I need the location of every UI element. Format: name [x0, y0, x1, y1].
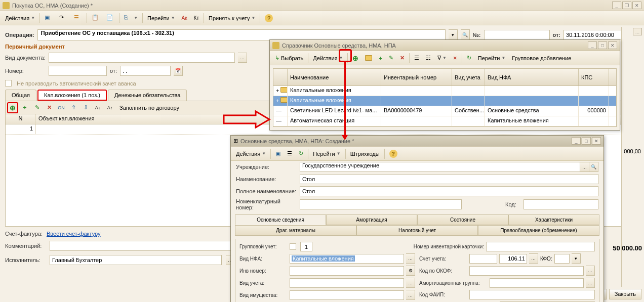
nomen-field[interactable] — [300, 199, 462, 209]
operation-field[interactable]: Приобретение ОС у поставщика (106.x1 - 3… — [37, 29, 446, 40]
cr-close-icon[interactable]: ✕ — [592, 137, 601, 145]
toolbar-icon-ak[interactable]: Aк — [179, 13, 190, 24]
restore-icon[interactable]: ❐ — [622, 2, 631, 9]
ref-col-kps[interactable]: КПС — [579, 69, 609, 85]
cr-barcodes-button[interactable]: Штрихкоды — [347, 148, 383, 159]
tab-rights[interactable]: Правообладание (обременение) — [478, 225, 599, 236]
cr-max-icon[interactable]: □ — [582, 137, 591, 145]
tab-state[interactable]: Состояние — [417, 214, 508, 225]
group-val[interactable]: 1 — [300, 242, 312, 251]
ref-addfolder-button[interactable] — [362, 53, 375, 64]
close-button[interactable]: Закрыть — [609, 289, 641, 299]
code-field[interactable] — [524, 199, 598, 209]
amort-pick-icon[interactable]: … — [586, 278, 595, 288]
nfa-pick-icon[interactable]: … — [406, 253, 415, 264]
ref-col-inv[interactable]: Инвентарный номер — [381, 69, 452, 85]
cr-goto-menu[interactable]: Перейти▼ — [310, 148, 344, 159]
add-row-button[interactable]: ⊕ — [7, 102, 18, 113]
toolbar-icon-6[interactable]: ⎘▼ — [121, 13, 141, 24]
tab-drag[interactable]: Драг. материалы — [235, 225, 356, 236]
toolbar-icon-4[interactable]: 📋 — [89, 13, 103, 24]
cr-min-icon[interactable]: _ — [572, 137, 581, 145]
group-acc-checkbox[interactable] — [290, 243, 296, 250]
edit-row-button[interactable]: ✎ — [31, 102, 43, 113]
ref-max-icon[interactable]: □ — [598, 41, 607, 49]
ref-row[interactable]: — Автоматическая станция Капитальные вло… — [273, 116, 616, 126]
tab-money[interactable]: Денежные обязательства — [108, 90, 187, 101]
sort-desc-button[interactable]: A↑ — [104, 102, 115, 113]
tab-amort[interactable]: Амортизация — [326, 214, 417, 225]
accept-button[interactable]: Принять к учету▼ — [206, 13, 258, 24]
doc-number-field[interactable] — [49, 66, 107, 76]
copy-row-button[interactable]: + — [19, 102, 30, 113]
delete-row-button[interactable]: ✕ — [44, 102, 55, 113]
acc-kps-field[interactable] — [469, 254, 497, 264]
toolbar-icon-kt[interactable]: Кт — [191, 13, 202, 24]
toolbar-icon-5[interactable]: 📄 — [103, 13, 117, 24]
toolbar-icon-1[interactable]: ▣ — [42, 13, 56, 24]
minimize-icon[interactable]: _ — [612, 2, 621, 9]
tab-kap[interactable]: Кап.вложения (1 поз.) — [37, 90, 107, 101]
amort-grp-field[interactable] — [490, 278, 584, 288]
ref-hier-button[interactable]: ☰ — [411, 53, 422, 64]
inst-search-icon[interactable]: 🔍 — [589, 162, 598, 172]
ref-min-icon[interactable]: _ — [588, 41, 597, 49]
kfo-dd-icon[interactable]: ▾ — [572, 253, 581, 264]
acc-pick-icon[interactable]: … — [529, 253, 538, 264]
inst-pick-icon[interactable]: … — [580, 162, 589, 172]
cr-save-button[interactable]: ▣ — [272, 148, 284, 159]
operation-search-icon[interactable]: 🔍 — [461, 29, 470, 40]
ref-clear-filter-button[interactable]: ✕ — [450, 53, 460, 64]
ref-col-nfa[interactable]: Вид НФА — [485, 69, 579, 85]
doc-type-field[interactable] — [49, 53, 235, 63]
goto-menu[interactable]: Перейти▼ — [144, 13, 178, 24]
tab-common[interactable]: Общая — [5, 90, 36, 101]
tab-characteristics[interactable]: Характеристики — [508, 214, 599, 225]
ref-select-button[interactable]: ↳Выбрать — [272, 53, 306, 64]
toolbar-icon-3[interactable]: ☰ — [71, 13, 85, 24]
ref-row[interactable]: + Капитальные вложения — [273, 86, 616, 96]
date-field[interactable]: 30.11.2016 0:00:00 — [564, 30, 627, 40]
cr-help-icon[interactable]: ? — [386, 148, 400, 159]
ref-edit-button[interactable]: ✎ — [386, 53, 396, 64]
vid-im-field[interactable] — [290, 290, 404, 300]
actions-menu[interactable]: Действия▼ — [2, 13, 38, 24]
advance-checkbox[interactable] — [5, 80, 12, 87]
move-down-button[interactable]: ⇩ — [80, 102, 91, 113]
ref-row-selected[interactable]: + Капитальные вложения — [273, 96, 616, 106]
strip-btn1[interactable]: … — [633, 28, 642, 35]
ref-row[interactable]: — Светильник LED Lezard №1- ма... ВА0000… — [273, 106, 616, 116]
move-up-button[interactable]: ⇧ — [68, 102, 79, 113]
ref-group-add-button[interactable]: Групповое добавление — [509, 53, 574, 64]
cr-actions-menu[interactable]: Действия▼ — [233, 148, 269, 159]
cr-list-button[interactable]: ☰ — [284, 148, 295, 159]
institution-field[interactable]: Государственное учреждение — [300, 162, 580, 172]
okof-pick-icon[interactable]: … — [586, 266, 595, 276]
inv-num-field[interactable] — [290, 266, 404, 276]
number-field[interactable] — [484, 30, 550, 40]
toggle-button[interactable]: ON — [56, 102, 67, 113]
executor-field[interactable] — [50, 255, 222, 265]
vid-uch-field[interactable] — [290, 278, 404, 288]
fullname-field[interactable] — [300, 186, 598, 196]
tab-tax[interactable]: Налоговый учет — [356, 225, 478, 236]
doc-type-picker-icon[interactable]: … — [238, 53, 247, 63]
inv-card-field[interactable] — [486, 242, 595, 251]
acc-field[interactable]: 106.11 — [499, 254, 527, 264]
doc-date-field[interactable] — [120, 66, 171, 76]
close-icon[interactable]: ✕ — [632, 2, 641, 9]
inv-gen-icon[interactable]: ⚙ — [406, 266, 415, 276]
sort-asc-button[interactable]: A↓ — [92, 102, 103, 113]
ref-close-icon[interactable]: ✕ — [608, 41, 617, 49]
ref-goto-menu[interactable]: Перейти▼ — [475, 53, 509, 64]
help-icon[interactable]: ? — [262, 13, 276, 24]
doc-date-picker-icon[interactable]: 📅 — [174, 66, 183, 76]
cr-refresh-button[interactable]: ↻ — [296, 148, 306, 159]
name-field[interactable] — [300, 174, 598, 184]
ref-col-name[interactable]: Наименование — [288, 69, 381, 85]
viduch-pick-icon[interactable]: … — [406, 278, 415, 288]
vid-nfa-field[interactable]: Капитальные вложения — [290, 254, 404, 264]
ref-filter-button[interactable]: ∇▼ — [434, 53, 450, 64]
toolbar-icon-2[interactable]: ↷ — [56, 13, 70, 24]
ref-copy-button[interactable]: + — [376, 53, 385, 64]
